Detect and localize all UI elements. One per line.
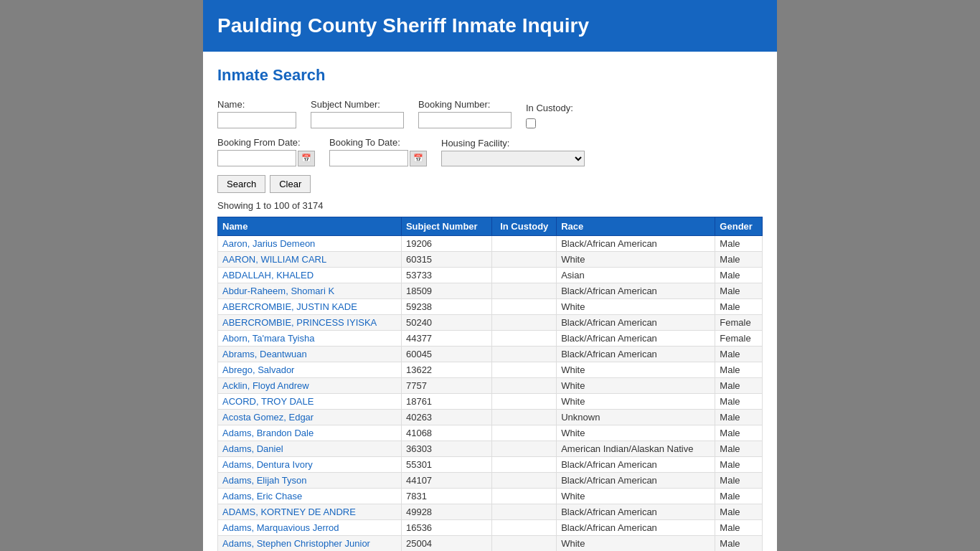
cell-race: White — [557, 299, 715, 315]
table-row: Adams, Stephen Christopher Junior25004Wh… — [218, 536, 763, 552]
name-input[interactable] — [217, 112, 296, 128]
inmate-name-link[interactable]: Abrego, Salvador — [222, 364, 294, 375]
booking-from-date-input[interactable] — [217, 150, 296, 166]
cell-race: White — [557, 536, 715, 552]
cell-gender: Male — [715, 362, 763, 378]
in-custody-checkbox[interactable] — [526, 118, 536, 128]
cell-in-custody — [492, 489, 557, 504]
cell-gender: Male — [715, 299, 763, 315]
clear-button[interactable]: Clear — [270, 175, 311, 193]
booking-number-input[interactable] — [418, 112, 512, 128]
cell-subject: 49928 — [401, 504, 491, 520]
cell-gender: Male — [715, 520, 763, 536]
table-row: ADAMS, KORTNEY DE ANDRE49928Black/Africa… — [218, 504, 763, 520]
cell-subject: 13622 — [401, 362, 491, 378]
main-wrapper: Paulding County Sheriff Inmate Inquiry I… — [203, 0, 777, 551]
cell-gender: Male — [715, 504, 763, 520]
housing-facility-select[interactable] — [441, 151, 585, 166]
booking-from-label: Booking From Date: — [217, 137, 315, 148]
cell-in-custody — [492, 536, 557, 552]
cell-name: Acklin, Floyd Andrew — [218, 378, 402, 394]
booking-to-calendar-button[interactable]: 📅 — [410, 151, 427, 166]
inmate-name-link[interactable]: Acklin, Floyd Andrew — [222, 380, 309, 391]
cell-subject: 55301 — [401, 457, 491, 473]
inmate-name-link[interactable]: Adams, Dentura Ivory — [222, 459, 313, 470]
cell-race: American Indian/Alaskan Native — [557, 441, 715, 457]
inmate-name-link[interactable]: Adams, Daniel — [222, 443, 283, 454]
booking-from-calendar-button[interactable]: 📅 — [298, 151, 315, 166]
cell-in-custody — [492, 473, 557, 489]
cell-race: White — [557, 394, 715, 410]
table-row: Abrams, Deantwuan60045Black/African Amer… — [218, 347, 763, 362]
cell-race: White — [557, 425, 715, 441]
cell-gender: Male — [715, 473, 763, 489]
cell-gender: Male — [715, 268, 763, 283]
cell-name: Aaron, Jarius Demeon — [218, 236, 402, 252]
cell-race: White — [557, 378, 715, 394]
cell-subject: 40263 — [401, 410, 491, 425]
cell-subject: 7757 — [401, 378, 491, 394]
cell-gender: Male — [715, 489, 763, 504]
inmate-name-link[interactable]: ACORD, TROY DALE — [222, 396, 314, 407]
cell-in-custody — [492, 299, 557, 315]
table-row: Adams, Dentura Ivory55301Black/African A… — [218, 457, 763, 473]
booking-from-group: Booking From Date: 📅 — [217, 137, 315, 166]
results-table: Name Subject Number In Custody Race Gend… — [217, 217, 763, 551]
table-header: Name Subject Number In Custody Race Gend… — [218, 217, 763, 236]
inmate-name-link[interactable]: Acosta Gomez, Edgar — [222, 412, 314, 423]
inmate-name-link[interactable]: ABDALLAH, KHALED — [222, 270, 314, 281]
cell-race: Black/African American — [557, 473, 715, 489]
table-row: Acosta Gomez, Edgar40263UnknownMale — [218, 410, 763, 425]
inmate-name-link[interactable]: ABERCROMBIE, PRINCESS IYISKA — [222, 317, 377, 328]
cell-in-custody — [492, 347, 557, 362]
cell-race: Black/African American — [557, 331, 715, 347]
cell-gender: Male — [715, 410, 763, 425]
inmate-name-link[interactable]: Adams, Stephen Christopher Junior — [222, 538, 370, 549]
col-race: Race — [557, 217, 715, 236]
table-row: Adams, Marquavious Jerrod16536Black/Afri… — [218, 520, 763, 536]
cell-in-custody — [492, 520, 557, 536]
cell-in-custody — [492, 457, 557, 473]
subject-group: Subject Number: — [311, 99, 404, 128]
cell-name: Acosta Gomez, Edgar — [218, 410, 402, 425]
inmate-name-link[interactable]: Aborn, Ta'mara Tyisha — [222, 333, 314, 344]
cell-name: ADAMS, KORTNEY DE ANDRE — [218, 504, 402, 520]
cell-subject: 7831 — [401, 489, 491, 504]
table-body: Aaron, Jarius Demeon19206Black/African A… — [218, 236, 763, 552]
in-custody-label: In Custody: — [526, 103, 573, 113]
cell-subject: 44107 — [401, 473, 491, 489]
inmate-name-link[interactable]: ABERCROMBIE, JUSTIN KADE — [222, 301, 357, 312]
inmate-name-link[interactable]: Adams, Elijah Tyson — [222, 475, 307, 486]
inmate-name-link[interactable]: Aaron, Jarius Demeon — [222, 238, 315, 249]
inmate-name-link[interactable]: Adams, Brandon Dale — [222, 428, 314, 438]
cell-subject: 59238 — [401, 299, 491, 315]
cell-name: Adams, Marquavious Jerrod — [218, 520, 402, 536]
cell-race: Black/African American — [557, 236, 715, 252]
cell-name: AARON, WILLIAM CARL — [218, 252, 402, 268]
inmate-name-link[interactable]: Abdur-Raheem, Shomari K — [222, 286, 334, 296]
subject-label: Subject Number: — [311, 99, 404, 110]
booking-to-group: Booking To Date: 📅 — [329, 137, 427, 166]
inmate-name-link[interactable]: AARON, WILLIAM CARL — [222, 254, 326, 265]
inmate-name-link[interactable]: Abrams, Deantwuan — [222, 349, 307, 359]
inmate-name-link[interactable]: Adams, Marquavious Jerrod — [222, 522, 339, 533]
subject-number-input[interactable] — [311, 112, 404, 128]
booking-to-date-input[interactable] — [329, 150, 408, 166]
cell-name: Abrams, Deantwuan — [218, 347, 402, 362]
search-button[interactable]: Search — [217, 175, 265, 193]
cell-subject: 19206 — [401, 236, 491, 252]
inmate-name-link[interactable]: Adams, Eric Chase — [222, 491, 302, 501]
table-row: Adams, Brandon Dale41068WhiteMale — [218, 425, 763, 441]
cell-gender: Male — [715, 236, 763, 252]
booking-from-date-wrapper: 📅 — [217, 150, 315, 166]
cell-gender: Male — [715, 283, 763, 299]
cell-in-custody — [492, 252, 557, 268]
cell-gender: Female — [715, 315, 763, 331]
cell-gender: Male — [715, 425, 763, 441]
cell-gender: Male — [715, 347, 763, 362]
table-row: Adams, Eric Chase7831WhiteMale — [218, 489, 763, 504]
cell-name: Adams, Stephen Christopher Junior — [218, 536, 402, 552]
inmate-name-link[interactable]: ADAMS, KORTNEY DE ANDRE — [222, 507, 356, 517]
table-row: ABDALLAH, KHALED53733AsianMale — [218, 268, 763, 283]
cell-gender: Male — [715, 536, 763, 552]
